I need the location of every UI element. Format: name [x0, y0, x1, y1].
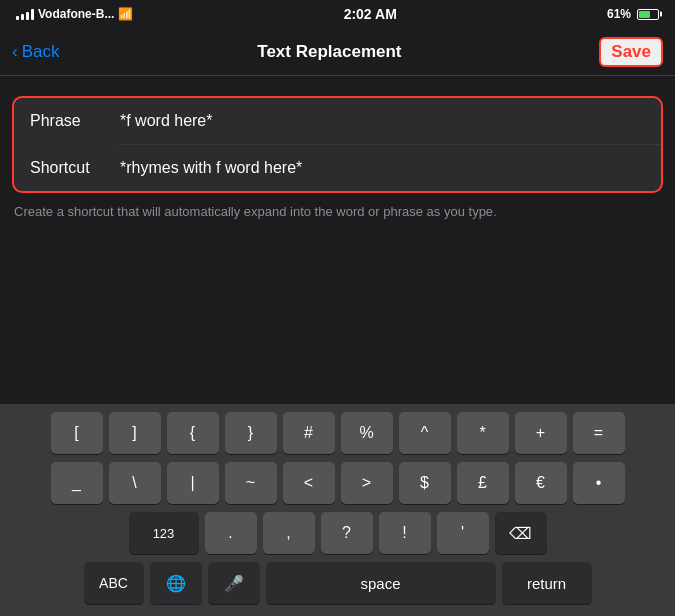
key-less-than[interactable]: <: [283, 462, 335, 504]
key-delete[interactable]: ⌫: [495, 512, 547, 554]
signal-bar-1: [16, 16, 19, 20]
key-apostrophe[interactable]: ': [437, 512, 489, 554]
carrier-label: Vodafone-B...: [38, 7, 114, 21]
key-globe[interactable]: 🌐: [150, 562, 202, 604]
key-pound[interactable]: £: [457, 462, 509, 504]
key-open-brace[interactable]: {: [167, 412, 219, 454]
status-right: 61%: [607, 7, 659, 21]
main-content: Phrase Shortcut Create a shortcut that w…: [0, 76, 675, 404]
key-microphone[interactable]: 🎤: [208, 562, 260, 604]
key-hash[interactable]: #: [283, 412, 335, 454]
battery-fill: [639, 11, 650, 18]
status-carrier: Vodafone-B... 📶: [16, 7, 133, 21]
page-title: Text Replacement: [257, 42, 401, 62]
key-comma[interactable]: ,: [263, 512, 315, 554]
key-plus[interactable]: +: [515, 412, 567, 454]
key-dollar[interactable]: $: [399, 462, 451, 504]
phrase-label: Phrase: [30, 112, 120, 130]
signal-bars-icon: [16, 8, 34, 20]
key-euro[interactable]: €: [515, 462, 567, 504]
key-underscore[interactable]: _: [51, 462, 103, 504]
shortcut-input[interactable]: [120, 147, 645, 189]
keyboard-row-4: ABC 🌐 🎤 space return: [4, 562, 671, 604]
key-pipe[interactable]: |: [167, 462, 219, 504]
key-backslash[interactable]: \: [109, 462, 161, 504]
key-greater-than[interactable]: >: [341, 462, 393, 504]
keyboard: [ ] { } # % ^ * + = _ \ | ~ < > $ £ € • …: [0, 404, 675, 616]
signal-bar-3: [26, 12, 29, 20]
shortcut-row: Shortcut: [14, 145, 661, 191]
battery-icon: [637, 9, 659, 20]
keyboard-row-1: [ ] { } # % ^ * + =: [4, 412, 671, 454]
key-question[interactable]: ?: [321, 512, 373, 554]
navigation-bar: ‹ Back Text Replacement Save: [0, 28, 675, 76]
wifi-icon: 📶: [118, 7, 133, 21]
status-bar: Vodafone-B... 📶 2:02 AM 61%: [0, 0, 675, 28]
key-asterisk[interactable]: *: [457, 412, 509, 454]
key-return[interactable]: return: [502, 562, 592, 604]
key-percent[interactable]: %: [341, 412, 393, 454]
key-space[interactable]: space: [266, 562, 496, 604]
back-button[interactable]: ‹ Back: [12, 42, 59, 62]
status-time: 2:02 AM: [344, 6, 397, 22]
key-exclamation[interactable]: !: [379, 512, 431, 554]
keyboard-row-2: _ \ | ~ < > $ £ € •: [4, 462, 671, 504]
key-tilde[interactable]: ~: [225, 462, 277, 504]
key-period[interactable]: .: [205, 512, 257, 554]
phrase-row: Phrase: [14, 98, 661, 144]
key-abc[interactable]: ABC: [84, 562, 144, 604]
phrase-input[interactable]: [120, 100, 645, 142]
save-button[interactable]: Save: [599, 37, 663, 67]
form-section: Phrase Shortcut: [12, 96, 663, 193]
keyboard-row-3: 123 . , ? ! ' ⌫: [4, 512, 671, 554]
key-open-bracket[interactable]: [: [51, 412, 103, 454]
back-label: Back: [22, 42, 60, 62]
key-close-bracket[interactable]: ]: [109, 412, 161, 454]
key-equals[interactable]: =: [573, 412, 625, 454]
signal-bar-2: [21, 14, 24, 20]
key-123[interactable]: 123: [129, 512, 199, 554]
chevron-left-icon: ‹: [12, 42, 18, 62]
key-bullet[interactable]: •: [573, 462, 625, 504]
shortcut-label: Shortcut: [30, 159, 120, 177]
form-hint: Create a shortcut that will automaticall…: [0, 193, 675, 241]
key-close-brace[interactable]: }: [225, 412, 277, 454]
battery-percent: 61%: [607, 7, 631, 21]
key-caret[interactable]: ^: [399, 412, 451, 454]
signal-bar-4: [31, 9, 34, 20]
